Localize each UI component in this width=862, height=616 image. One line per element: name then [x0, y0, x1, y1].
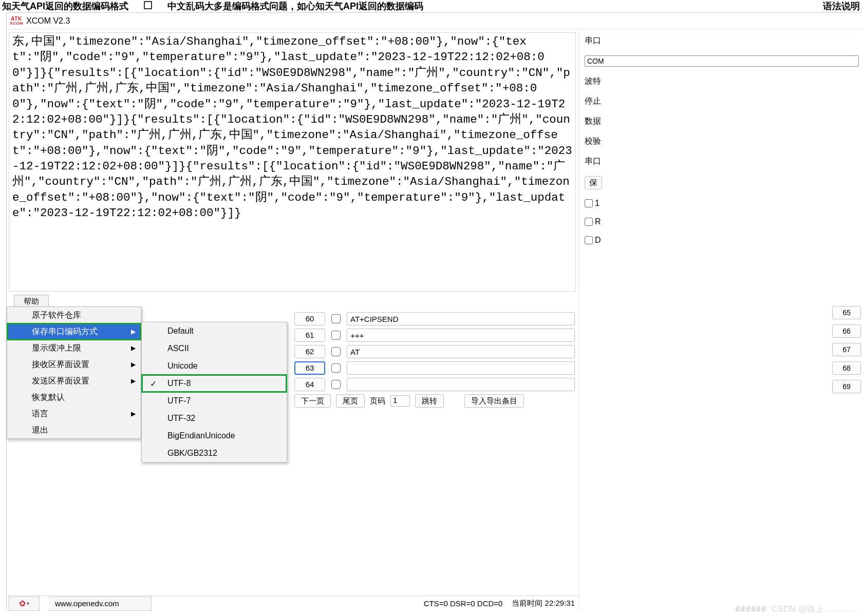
- send-index-button[interactable]: 62: [294, 345, 325, 358]
- page-label: 页码: [370, 396, 385, 406]
- submenu-arrow-icon: ▶: [131, 361, 136, 368]
- encoding-option[interactable]: ASCII: [142, 340, 287, 357]
- encoding-option-label: UTF-32: [167, 414, 195, 423]
- encoding-option-label: GBK/GB2312: [167, 449, 217, 458]
- last-page-button[interactable]: 尾页: [336, 394, 365, 408]
- send-index-button[interactable]: 61: [294, 329, 325, 342]
- encoding-option[interactable]: UTF-32: [142, 410, 287, 427]
- ctx-menu-item[interactable]: 恢复默认: [7, 389, 141, 406]
- encoding-option[interactable]: Unicode: [142, 357, 287, 375]
- encoding-submenu[interactable]: DefaultASCIIUnicode✓UTF-8UTF-7UTF-32BigE…: [141, 322, 287, 462]
- send-command-input[interactable]: [347, 361, 575, 375]
- ctx-menu-item[interactable]: 原子软件仓库: [7, 307, 141, 323]
- context-text-left: 知天气API返回的数据编码格式: [0, 0, 128, 12]
- send-row-checkbox[interactable]: [331, 380, 341, 389]
- send-row: 63: [294, 361, 575, 375]
- checkbox-icon: [144, 1, 152, 9]
- page-number-input[interactable]: 1: [390, 395, 410, 407]
- encoding-option[interactable]: UTF-7: [142, 392, 287, 410]
- app-logo-icon: ATK XCOM: [10, 16, 23, 26]
- check-icon: ✓: [150, 379, 157, 389]
- checkbox-16hex[interactable]: 1: [585, 199, 664, 208]
- send-row-checkbox[interactable]: [331, 363, 341, 373]
- send-row: 62AT: [294, 345, 575, 358]
- serial-config-panel: 串口 COM 波特 停止 数据 校验 串口 保 1 R D: [579, 29, 664, 462]
- encoding-option[interactable]: Default: [142, 322, 287, 340]
- send-row: 60AT+CIPSEND: [294, 312, 575, 325]
- ctx-menu-item[interactable]: 发送区界面设置▶: [7, 373, 141, 389]
- cfg-label-port2: 串口: [585, 156, 664, 167]
- import-export-button[interactable]: 导入导出条目: [464, 394, 524, 408]
- title-bar[interactable]: ATK XCOM XCOM V2.3: [7, 13, 664, 29]
- left-crop-edge: [0, 12, 6, 462]
- cfg-label-parity: 校验: [585, 136, 664, 147]
- send-row: 64: [294, 378, 575, 391]
- ctx-menu-item[interactable]: 显示缓冲上限▶: [7, 340, 141, 356]
- ctx-menu-item[interactable]: 语言▶: [7, 406, 141, 422]
- next-page-button[interactable]: 下一页: [294, 394, 331, 408]
- send-command-input[interactable]: +++: [347, 329, 575, 342]
- submenu-arrow-icon: ▶: [131, 410, 136, 417]
- ctx-menu-item[interactable]: 退出: [7, 422, 141, 438]
- xcom-window: ATK XCOM XCOM V2.3 东,中国","timezone":"Asi…: [6, 12, 664, 462]
- encoding-option-label: UTF-8: [167, 379, 191, 388]
- submenu-arrow-icon: ▶: [131, 344, 136, 352]
- encoding-option[interactable]: GBK/GB2312: [142, 445, 287, 462]
- encoding-option[interactable]: BigEndianUnicode: [142, 427, 287, 445]
- page-context-strip: 知天气API返回的数据编码格式 中文乱码大多是编码格式问题，如心知天气API返回…: [0, 0, 664, 12]
- send-row: 61+++: [294, 329, 575, 342]
- cfg-label-port: 串口: [585, 35, 664, 46]
- send-row-checkbox[interactable]: [331, 347, 341, 356]
- encoding-option-label: UTF-7: [167, 396, 191, 406]
- send-command-input[interactable]: AT: [347, 345, 575, 358]
- submenu-arrow-icon: ▶: [131, 377, 136, 384]
- cfg-label-baud: 波特: [585, 76, 664, 87]
- context-text-right: 中文乱码大多是编码格式问题，如心知天气API返回的数据编码: [167, 0, 664, 12]
- send-row-checkbox[interactable]: [331, 314, 341, 323]
- send-command-input[interactable]: AT+CIPSEND: [347, 312, 575, 325]
- ctx-menu-item[interactable]: 接收区界面设置▶: [7, 356, 141, 373]
- cfg-label-stop: 停止: [585, 96, 664, 107]
- send-command-input[interactable]: [347, 378, 575, 391]
- encoding-option-label: Unicode: [167, 361, 198, 371]
- encoding-option-label: ASCII: [167, 344, 189, 353]
- com-port-select[interactable]: COM: [585, 55, 664, 67]
- bottom-tabstrip: 帮助: [7, 293, 579, 308]
- checkbox-dtr[interactable]: D: [585, 236, 664, 245]
- settings-context-menu[interactable]: 原子软件仓库保存串口编码方式▶显示缓冲上限▶接收区界面设置▶发送区界面设置▶恢复…: [7, 306, 141, 439]
- receive-textarea[interactable]: 东,中国","timezone":"Asia/Shanghai","timezo…: [9, 32, 576, 292]
- cfg-label-data: 数据: [585, 116, 664, 127]
- window-title: XCOM V2.3: [26, 16, 70, 26]
- save-window-button[interactable]: 保: [585, 176, 602, 189]
- encoding-option-label: BigEndianUnicode: [167, 431, 235, 440]
- send-index-button[interactable]: 64: [294, 378, 325, 391]
- jump-button[interactable]: 跳转: [415, 394, 444, 408]
- checkbox-rts[interactable]: R: [585, 217, 664, 226]
- encoding-option-label: Default: [167, 326, 194, 336]
- encoding-option[interactable]: ✓UTF-8: [142, 375, 287, 392]
- ctx-menu-item[interactable]: 保存串口编码方式▶: [7, 323, 141, 340]
- submenu-arrow-icon: ▶: [131, 328, 136, 335]
- send-index-button[interactable]: 63: [294, 361, 325, 375]
- send-row-checkbox[interactable]: [331, 331, 341, 340]
- send-index-button[interactable]: 60: [294, 312, 325, 325]
